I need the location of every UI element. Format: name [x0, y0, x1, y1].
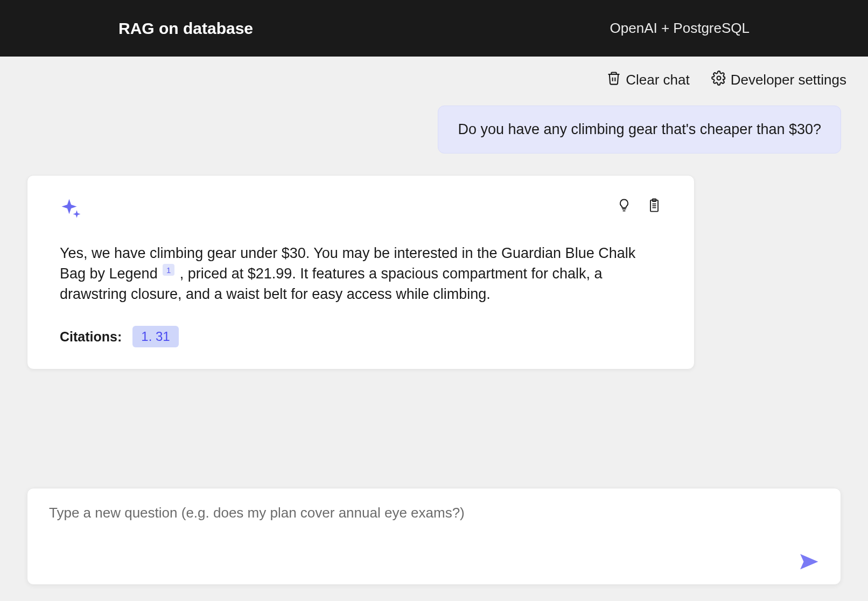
chat-area: Do you have any climbing gear that's che…	[14, 95, 854, 391]
gear-icon	[711, 71, 726, 89]
inline-citation[interactable]: 1	[163, 264, 174, 276]
user-message-bubble: Do you have any climbing gear that's che…	[438, 106, 841, 153]
assistant-answer: Yes, we have climbing gear under $30. Yo…	[60, 243, 662, 304]
user-message-row: Do you have any climbing gear that's che…	[27, 106, 841, 153]
toolbar: Clear chat Developer settings	[9, 57, 859, 95]
message-input[interactable]	[49, 505, 819, 538]
app-title: RAG on database	[118, 19, 253, 38]
citations-label: Citations:	[60, 329, 122, 345]
clipboard-icon[interactable]	[647, 197, 662, 215]
trash-icon	[606, 71, 621, 89]
lightbulb-icon[interactable]	[617, 197, 632, 215]
developer-settings-label: Developer settings	[731, 72, 846, 88]
citations-row: Citations: 1. 31	[60, 326, 662, 347]
message-input-box	[27, 488, 841, 585]
sparkle-icon	[60, 197, 82, 222]
send-button[interactable]	[799, 551, 819, 574]
citation-chip[interactable]: 1. 31	[132, 326, 178, 347]
svg-point-0	[717, 76, 720, 80]
app-subtitle: OpenAI + PostgreSQL	[610, 20, 750, 37]
input-area	[14, 488, 854, 601]
clear-chat-button[interactable]: Clear chat	[606, 71, 690, 89]
app-header: RAG on database OpenAI + PostgreSQL	[0, 0, 868, 57]
developer-settings-button[interactable]: Developer settings	[711, 71, 846, 89]
clear-chat-label: Clear chat	[626, 72, 690, 88]
send-icon	[799, 565, 819, 574]
assistant-message-card: Yes, we have climbing gear under $30. Yo…	[27, 175, 695, 369]
